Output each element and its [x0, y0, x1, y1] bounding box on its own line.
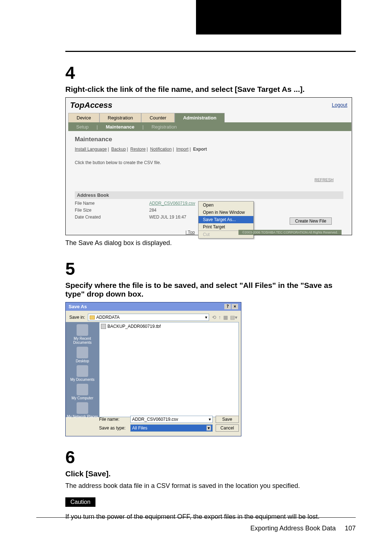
tab-counter[interactable]: Counter	[141, 113, 175, 123]
maintenance-title: Maintenance	[75, 136, 112, 143]
rule-top	[65, 51, 356, 52]
help-icon[interactable]: ?	[224, 304, 231, 309]
logout-link[interactable]: Logout	[332, 102, 347, 108]
page-number: 107	[345, 525, 356, 532]
file-info-values: ADDR_CSV060719.csv 284 WED JUL 19 16:47	[149, 200, 195, 221]
dialog-titlebar: Save As ? ×	[66, 302, 241, 311]
subtab-registration[interactable]: Registration	[144, 123, 185, 131]
file-size-value: 284	[149, 207, 195, 214]
places-bar: My Recent Documents Desktop My Documents…	[66, 322, 99, 417]
footer-rule	[36, 517, 356, 518]
footer-text: Exporting Address Book Data	[250, 525, 336, 532]
save-in-label: Save in:	[69, 315, 85, 320]
back-icon[interactable]: ⟲	[212, 314, 216, 320]
topaccess-logo: TopAccess	[70, 101, 113, 110]
file-name-input[interactable]: ADDR_CSV060719.csv▾	[130, 416, 213, 423]
tab-registration[interactable]: Registration	[99, 113, 141, 123]
cancel-button[interactable]: Cancel	[216, 424, 239, 432]
tab-administration[interactable]: Administration	[175, 113, 225, 123]
sidebar-mycomp[interactable]: My Computer	[72, 384, 93, 400]
file-info-labels: File Name File Size Date Created	[75, 200, 101, 221]
topaccess-screenshot: TopAccess Logout Device Registration Cou…	[65, 97, 352, 235]
view-icon[interactable]: ▤▾	[230, 314, 237, 320]
address-book-header: Address Book	[75, 191, 343, 199]
sidebar-network[interactable]: My Network Places	[67, 402, 98, 419]
file-list-area[interactable]: BACKUP_ADDR060719.tbf	[99, 322, 239, 417]
file-item[interactable]: BACKUP_ADDR060719.tbf	[101, 324, 237, 329]
caution-text: If you turn the power of the equipment O…	[65, 512, 348, 522]
subtab-maintenance[interactable]: Maintenance	[98, 123, 142, 131]
save-as-type-dropdown[interactable]: All Files▾	[130, 424, 213, 432]
sidebar-recent[interactable]: My Recent Documents	[66, 324, 99, 345]
save-button[interactable]: Save	[216, 416, 239, 423]
step-6-number: 6	[65, 447, 83, 467]
step-4-after-text: The Save As dialog box is displayed.	[65, 238, 348, 248]
new-folder-icon[interactable]: ▦	[223, 314, 228, 320]
dialog-title: Save As	[69, 304, 87, 309]
up-icon[interactable]: ↑	[219, 314, 221, 320]
step-5-number: 5	[65, 259, 83, 279]
tab-device[interactable]: Device	[68, 113, 99, 123]
save-in-value: ADDRDATA	[96, 315, 119, 320]
save-dialog-screenshot: Save As ? × Save in: ADDRDATA ▾ ⟲	[65, 302, 241, 436]
step-4-number: 4	[65, 63, 83, 83]
file-name-label: File name:	[99, 417, 127, 422]
file-size-label: File Size	[75, 207, 101, 214]
menu-save-target[interactable]: Save Target As...	[199, 216, 253, 223]
link-import[interactable]: Import	[176, 147, 188, 152]
menu-open-new[interactable]: Open in New Window	[199, 209, 253, 216]
dialog-bottom: File name: ADDR_CSV060719.csv▾ Save Save…	[99, 416, 239, 433]
close-icon[interactable]: ×	[232, 304, 238, 309]
file-name-link[interactable]: ADDR_CSV060719.csv	[149, 200, 195, 207]
header-black-bar	[196, 0, 341, 34]
step-5-title: Specify where the file is to be saved, a…	[65, 281, 348, 298]
folder-icon	[90, 315, 95, 319]
link-backup[interactable]: Backup	[111, 147, 126, 152]
save-in-dropdown[interactable]: ADDRDATA ▾	[88, 314, 209, 321]
date-created-label: Date Created	[75, 214, 101, 221]
step-6-text: The address book data file in a CSV form…	[65, 481, 348, 491]
link-restore[interactable]: Restore	[130, 147, 146, 152]
maintenance-links: Install Language| Backup| Restore| Notif…	[75, 147, 207, 152]
menu-open[interactable]: Open	[199, 201, 253, 209]
save-as-type-label: Save as type:	[99, 425, 127, 431]
link-export[interactable]: Export	[193, 147, 207, 152]
caution-badge: Caution	[65, 497, 95, 507]
subtab-setup[interactable]: Setup	[68, 123, 97, 131]
file-icon	[101, 324, 106, 329]
main-tabs: Device Registration Counter Administrati…	[68, 113, 225, 123]
menu-print-target[interactable]: Print Target	[199, 223, 253, 231]
top-link[interactable]: | Top	[185, 230, 195, 235]
refresh-link[interactable]: REFRESH	[314, 178, 334, 182]
date-created-value: WED JUL 19 16:47	[149, 214, 195, 221]
step-4-title: Right-click the link of the file name, a…	[65, 85, 348, 94]
create-new-file-button[interactable]: Create New File	[290, 217, 332, 225]
step-6-title: Click [Save].	[65, 469, 348, 478]
sidebar-desktop[interactable]: Desktop	[76, 347, 89, 363]
link-notification[interactable]: Notification	[150, 147, 172, 152]
copyright: ©2003-2006 TOSHIBA TEC CORPORATION All R…	[238, 230, 342, 235]
sidebar-mydocs[interactable]: My Documents	[70, 365, 95, 382]
sub-tabs: Setup | Maintenance | Registration	[68, 122, 351, 131]
link-install-language[interactable]: Install Language	[75, 147, 107, 152]
page-footer: Exporting Address Book Data 107	[250, 525, 356, 532]
file-item-name: BACKUP_ADDR060719.tbf	[107, 324, 161, 329]
csv-instruction: Click the button below to create the CSV…	[75, 160, 161, 165]
file-name-label: File Name	[75, 200, 101, 207]
